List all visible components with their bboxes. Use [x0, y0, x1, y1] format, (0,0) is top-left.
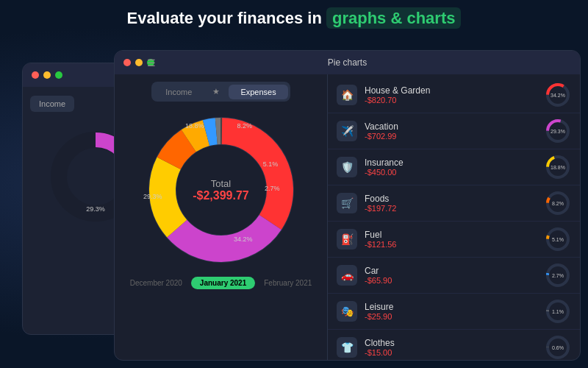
list-item[interactable]: ✈️ Vacation -$702.99 29.3%	[328, 113, 580, 149]
list-item[interactable]: ⛽ Fuel -$121.56 5.1%	[328, 222, 580, 258]
main-minimize-dot[interactable]	[135, 59, 143, 66]
item-pct-1: 29.3%	[551, 129, 565, 134]
item-name-0: House & Garden	[365, 85, 537, 96]
list-item[interactable]: 🛒 Foods -$197.72 8.2%	[328, 185, 580, 222]
date-january[interactable]: January 2021	[191, 277, 255, 289]
list-item[interactable]: 👕 Clothes -$15.00 0.6%	[328, 330, 580, 360]
date-february[interactable]: February 2021	[264, 279, 312, 287]
item-info-3: Foods -$197.72	[365, 194, 537, 213]
header: Evaluate your finances in graphs & chart…	[0, 9, 588, 28]
item-amount-6: -$25.90	[365, 312, 537, 321]
pct-fuel: 5.1%	[263, 160, 279, 168]
item-info-1: Vacation -$702.99	[365, 121, 537, 141]
item-amount-0: -$820.70	[365, 96, 537, 105]
item-name-4: Fuel	[365, 230, 537, 240]
tab-star[interactable]: ★	[205, 84, 227, 99]
item-chart-1: 29.3%	[545, 118, 571, 144]
item-pct-4: 5.1%	[552, 237, 564, 242]
item-info-2: Insurance -$450.00	[365, 158, 537, 177]
item-name-6: Leisure	[365, 302, 537, 312]
item-icon-1: ✈️	[337, 121, 357, 141]
pct-house: 34.2%	[234, 236, 253, 243]
list-item[interactable]: 🛡️ Insurance -$450.00 18.8%	[328, 149, 580, 185]
list-item[interactable]: 🎭 Leisure -$25.90 1.1%	[328, 294, 580, 330]
chart-tabs: Income ★ Expenses	[151, 82, 290, 102]
item-amount-1: -$702.99	[365, 132, 537, 141]
item-chart-7: 0.6%	[545, 334, 571, 360]
bg-income-tab[interactable]: Income	[30, 96, 74, 112]
hamburger-icon[interactable]: ☰	[147, 57, 156, 68]
header-highlight: graphs & charts	[326, 7, 462, 29]
pct-vacation: 29.3%	[143, 193, 162, 200]
pct-insurance: 18.8%	[185, 122, 204, 130]
main-content: Income ★ Expenses	[115, 74, 580, 360]
pct-foods: 8.2%	[237, 122, 253, 130]
item-amount-2: -$450.00	[365, 168, 537, 177]
item-info-5: Car -$65.90	[365, 266, 537, 285]
pct-car: 2.7%	[265, 185, 280, 192]
item-info-6: Leisure -$25.90	[365, 302, 537, 321]
item-chart-6: 1.1%	[545, 298, 571, 325]
donut-center: Total -$2,399.77	[193, 178, 249, 202]
item-amount-7: -$15.00	[365, 348, 537, 357]
tab-income[interactable]: Income	[154, 85, 204, 99]
item-info-7: Clothes -$15.00	[365, 338, 537, 357]
main-window-title: Pie charts	[328, 57, 367, 68]
item-icon-2: 🛡️	[337, 157, 357, 177]
item-amount-3: -$197.72	[365, 204, 537, 213]
item-info-4: Fuel -$121.56	[365, 230, 537, 249]
donut-chart: 34.2% 29.3% 18.8% 8.2% 5.1% 2.7% Total -…	[140, 109, 302, 271]
item-chart-3: 8.2%	[545, 190, 571, 216]
date-december[interactable]: December 2020	[130, 279, 182, 287]
item-icon-0: 🏠	[337, 85, 357, 105]
item-chart-0: 34.2%	[545, 82, 571, 108]
main-titlebar: Pie charts ☰	[115, 51, 580, 74]
item-icon-4: ⛽	[337, 229, 357, 250]
tab-expenses[interactable]: Expenses	[229, 85, 287, 99]
maximize-dot[interactable]	[55, 71, 62, 79]
item-name-2: Insurance	[365, 158, 537, 168]
close-dot[interactable]	[32, 71, 39, 79]
list-item[interactable]: 🚗 Car -$65.90 2.7%	[328, 258, 580, 294]
item-icon-6: 🎭	[337, 301, 357, 322]
item-icon-7: 👕	[337, 337, 357, 358]
item-pct-6: 1.1%	[552, 309, 564, 314]
item-pct-0: 34.2%	[551, 93, 565, 98]
item-pct-7: 0.6%	[552, 345, 564, 350]
item-name-1: Vacation	[365, 121, 537, 132]
donut-total-label: Total	[193, 178, 249, 189]
donut-total-value: -$2,399.77	[193, 189, 249, 202]
item-name-7: Clothes	[365, 338, 537, 348]
item-chart-2: 18.8%	[545, 154, 571, 180]
item-info-0: House & Garden -$820.70	[365, 85, 537, 105]
date-navigation: December 2020 January 2021 February 2021	[130, 277, 312, 289]
minimize-dot[interactable]	[43, 71, 51, 79]
list-item[interactable]: 🏠 House & Garden -$820.70 34.2%	[328, 77, 580, 113]
main-close-dot[interactable]	[123, 59, 131, 66]
item-chart-4: 5.1%	[545, 226, 571, 252]
item-pct-5: 2.7%	[552, 273, 564, 278]
item-amount-4: -$121.56	[365, 240, 537, 249]
main-window: Pie charts ☰ Income ★ Expenses	[114, 50, 581, 361]
bg-donut-label: 29.3%	[86, 205, 105, 213]
expenses-list: 🏠 House & Garden -$820.70 34.2% ✈️ Vacat…	[328, 74, 580, 360]
item-name-3: Foods	[365, 194, 537, 204]
item-name-5: Car	[365, 266, 537, 276]
item-pct-2: 18.8%	[551, 165, 565, 170]
chart-panel: Income ★ Expenses	[115, 74, 328, 360]
header-text: Evaluate your finances in graphs & chart…	[127, 7, 462, 29]
item-amount-5: -$65.90	[365, 276, 537, 285]
item-pct-3: 8.2%	[552, 201, 564, 206]
item-icon-3: 🛒	[337, 193, 357, 213]
item-chart-5: 2.7%	[545, 262, 571, 289]
item-icon-5: 🚗	[337, 265, 357, 286]
header-text-before: Evaluate your finances in	[127, 9, 322, 27]
